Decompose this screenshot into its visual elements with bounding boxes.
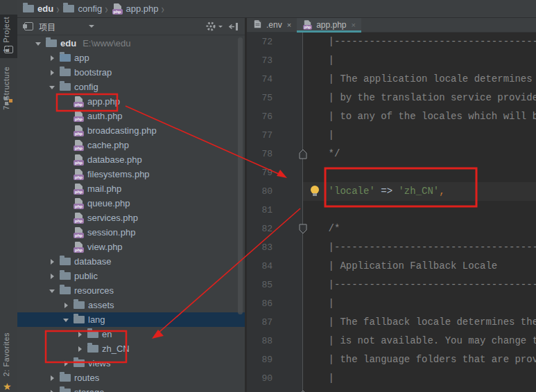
expand-arrow-icon[interactable] bbox=[49, 287, 56, 294]
tree-item-queue-php[interactable]: php queue.php bbox=[17, 196, 245, 211]
tree-item-database[interactable]: database bbox=[17, 254, 245, 269]
code-line[interactable] bbox=[305, 201, 536, 220]
code-line[interactable]: | to any of the locales which will be su… bbox=[305, 107, 536, 126]
close-icon[interactable]: × bbox=[287, 21, 291, 29]
editor-gutter: 7273 7475 7677 7879 8081 8283 8485 8687 … bbox=[247, 33, 303, 392]
expand-arrow-icon[interactable] bbox=[63, 317, 70, 323]
gutter-separator bbox=[302, 33, 303, 392]
code-line[interactable]: */ bbox=[305, 388, 536, 392]
code-line[interactable]: /* bbox=[305, 220, 536, 238]
tab-env[interactable]: .env × bbox=[247, 18, 297, 32]
tree-item-auth-php[interactable]: php auth.php bbox=[17, 109, 245, 123]
tool-window-icon bbox=[24, 22, 33, 30]
tree-item-services-php[interactable]: php services.php bbox=[17, 211, 245, 225]
code-line[interactable]: |---------------------------------------… bbox=[305, 276, 536, 294]
intention-bulb-icon[interactable] bbox=[311, 186, 319, 194]
folder-icon bbox=[60, 272, 71, 280]
breadcrumb-item-config[interactable]: config bbox=[63, 3, 102, 14]
code-line[interactable]: |---------------------------------------… bbox=[305, 33, 536, 51]
gear-icon[interactable] bbox=[205, 21, 216, 32]
code-line[interactable]: | bbox=[305, 369, 536, 388]
code-view[interactable]: |---------------------------------------… bbox=[305, 33, 536, 392]
tree-item-storage[interactable]: storage bbox=[17, 385, 245, 392]
editor-area: .env × php app.php × 7273 7475 7677 7879… bbox=[247, 18, 536, 392]
project-tool-icon[interactable] bbox=[4, 46, 13, 53]
code-line[interactable]: | Application Fallback Locale bbox=[305, 257, 536, 276]
favorites-star-icon[interactable]: ★ bbox=[3, 382, 12, 391]
expand-arrow-icon[interactable] bbox=[49, 69, 56, 76]
project-path: E:\www\edu bbox=[83, 38, 130, 48]
expand-arrow-icon[interactable] bbox=[77, 346, 84, 353]
code-line[interactable]: */ bbox=[305, 145, 536, 163]
tree-item-filesystems-php[interactable]: php filesystems.php bbox=[17, 167, 245, 181]
code-line[interactable]: | The application locale determines the … bbox=[305, 70, 536, 89]
fold-marker-up-icon[interactable] bbox=[298, 389, 308, 392]
structure-tool-icon[interactable] bbox=[4, 97, 13, 105]
tree-item-lang[interactable]: lang bbox=[17, 312, 245, 327]
php-file-icon: php bbox=[74, 242, 84, 253]
tree-item-app[interactable]: app bbox=[17, 51, 245, 65]
expand-arrow-icon[interactable] bbox=[49, 273, 56, 280]
expand-arrow-icon[interactable] bbox=[49, 375, 56, 382]
folder-icon bbox=[60, 389, 71, 392]
tree-item-bootstrap[interactable]: bootstrap bbox=[17, 65, 245, 80]
breadcrumb-separator-icon: › bbox=[105, 1, 107, 16]
folder-icon bbox=[74, 359, 85, 367]
code-line[interactable]: | bbox=[305, 51, 536, 70]
php-file-icon: php bbox=[74, 140, 84, 151]
tree-item-cache-php[interactable]: php cache.php bbox=[17, 138, 245, 152]
stripe-button-favorites[interactable]: 2: Favorites bbox=[2, 332, 10, 376]
code-line[interactable]: | The fallback locale determines the loc… bbox=[305, 313, 536, 332]
tree-item-views[interactable]: views bbox=[17, 356, 245, 371]
folder-icon bbox=[60, 69, 71, 76]
close-icon[interactable]: × bbox=[352, 21, 356, 29]
breadcrumb: edu › config › php app.php › bbox=[17, 0, 536, 18]
expand-arrow-icon[interactable] bbox=[49, 84, 56, 91]
tree-item-resources[interactable]: resources bbox=[17, 283, 245, 298]
folder-icon bbox=[74, 301, 85, 309]
tree-item-assets[interactable]: assets bbox=[17, 298, 245, 312]
folder-icon bbox=[74, 316, 85, 323]
code-line[interactable]: | bbox=[305, 294, 536, 313]
tree-item-config[interactable]: config bbox=[17, 80, 245, 94]
expand-arrow-icon[interactable] bbox=[77, 331, 84, 338]
tree-item-view-php[interactable]: php view.php bbox=[17, 240, 245, 254]
code-line[interactable]: | by the translation service provider. Y… bbox=[305, 89, 536, 107]
tree-item-zh-cn[interactable]: zh_CN bbox=[17, 341, 245, 356]
folder-icon bbox=[60, 374, 71, 382]
tree-item-routes[interactable]: routes bbox=[17, 371, 245, 385]
tree-scrollbar[interactable] bbox=[238, 37, 243, 314]
chevron-down-icon[interactable] bbox=[218, 26, 223, 28]
code-line[interactable]: | bbox=[305, 126, 536, 145]
breadcrumb-item-edu[interactable]: edu bbox=[23, 3, 53, 14]
chevron-down-icon[interactable] bbox=[89, 25, 94, 28]
folder-icon bbox=[87, 330, 98, 338]
tree-item-app-php[interactable]: php app.php bbox=[17, 94, 245, 109]
code-line[interactable] bbox=[305, 163, 536, 182]
expand-arrow-icon[interactable] bbox=[63, 302, 70, 309]
project-view-selector[interactable]: 项目 bbox=[39, 21, 55, 33]
tree-item-edu[interactable]: edu E:\www\edu bbox=[17, 36, 245, 51]
expand-arrow-icon[interactable] bbox=[49, 55, 56, 62]
breadcrumb-item-app-php[interactable]: php app.php bbox=[112, 3, 159, 15]
code-line-locale[interactable]: 'locale' => 'zh_CN', bbox=[305, 182, 536, 201]
panel-splitter[interactable] bbox=[245, 18, 247, 392]
tree-item-mail-php[interactable]: php mail.php bbox=[17, 181, 245, 196]
php-file-icon: php bbox=[74, 227, 84, 238]
tab-app-php[interactable]: php app.php × bbox=[297, 18, 361, 32]
code-line[interactable]: |---------------------------------------… bbox=[305, 238, 536, 257]
fold-marker-down-icon[interactable] bbox=[298, 223, 308, 235]
tree-item-session-php[interactable]: php session.php bbox=[17, 225, 245, 240]
tree-item-database-php[interactable]: php database.php bbox=[17, 152, 245, 167]
code-line[interactable]: | is not available. You may change these… bbox=[305, 332, 536, 350]
expand-arrow-icon[interactable] bbox=[63, 360, 70, 367]
tree-item-broadcasting-php[interactable]: php broadcasting.php bbox=[17, 123, 245, 138]
tree-item-en[interactable]: en bbox=[17, 327, 245, 341]
tree-item-public[interactable]: public bbox=[17, 269, 245, 283]
expand-arrow-icon[interactable] bbox=[35, 40, 42, 47]
fold-marker-up-icon[interactable] bbox=[298, 148, 308, 160]
code-line[interactable]: | the language folders that are provided… bbox=[305, 350, 536, 369]
hide-panel-icon[interactable] bbox=[229, 22, 239, 31]
expand-arrow-icon[interactable] bbox=[49, 258, 56, 265]
expand-arrow-icon[interactable] bbox=[49, 389, 56, 392]
